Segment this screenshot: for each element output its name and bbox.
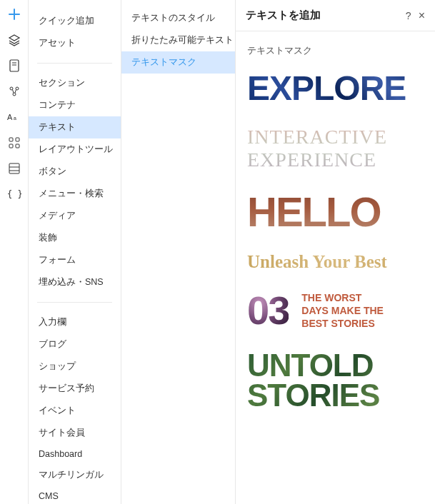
category-item[interactable]: コンテナ [29, 94, 121, 116]
text-mask-sample-unleash[interactable]: Unleash Your Best [247, 253, 424, 271]
category-item[interactable]: 埋め込み・SNS [29, 271, 121, 293]
table-icon[interactable] [7, 161, 21, 176]
theme-icon[interactable]: Aa [7, 110, 21, 124]
category-item[interactable]: セクション [29, 72, 121, 94]
category-item[interactable]: CMS [29, 486, 121, 504]
icon-rail: Aa { } [0, 0, 29, 504]
section-label: テキストマスク [247, 44, 424, 57]
svg-rect-0 [10, 60, 19, 71]
category-item[interactable]: Dashboard [29, 444, 121, 464]
code-icon[interactable]: { } [7, 187, 21, 201]
submenu-item[interactable]: 折りたたみ可能テキスト [121, 29, 235, 51]
submenu-item[interactable]: テキストマスク [121, 51, 235, 74]
category-item[interactable]: 装飾 [29, 227, 121, 249]
text-mask-sample-hello[interactable]: HELLO [247, 191, 424, 233]
svg-point-3 [10, 87, 13, 90]
page-icon[interactable] [7, 59, 21, 73]
svg-text:{ }: { } [7, 189, 21, 199]
help-button[interactable]: ? [406, 10, 411, 21]
sample-line: DAYS MAKE THE [301, 304, 384, 317]
layers-icon[interactable] [7, 33, 21, 47]
category-item[interactable]: マルチリンガル [29, 464, 121, 486]
sample-line: STORIES [247, 380, 424, 410]
svg-point-4 [16, 87, 19, 90]
category-item[interactable]: ショップ [29, 356, 121, 378]
apps-icon[interactable] [7, 136, 21, 150]
plus-icon[interactable] [7, 7, 21, 21]
divider [37, 63, 112, 64]
panel-header: テキストを追加 ? × [236, 0, 435, 31]
text-mask-sample-03[interactable]: 03 THE WORST DAYS MAKE THE BEST STORIES [247, 291, 424, 331]
sample-number: 03 [247, 291, 289, 331]
close-button[interactable]: × [419, 9, 425, 22]
category-item[interactable]: アセット [29, 32, 121, 54]
sample-line: BEST STORIES [301, 317, 384, 330]
submenu-list: テキストのスタイル折りたたみ可能テキストテキストマスク [121, 0, 236, 504]
category-item[interactable]: イベント [29, 400, 121, 422]
category-item[interactable]: テキスト [29, 116, 121, 138]
svg-text:a: a [14, 116, 16, 121]
svg-rect-8 [9, 138, 13, 141]
sample-line: INTERACTIVE [247, 126, 424, 148]
category-item[interactable]: 入力欄 [29, 311, 121, 333]
category-item[interactable]: フォーム [29, 249, 121, 271]
sample-line: THE WORST [301, 291, 384, 304]
category-item[interactable]: メディア [29, 205, 121, 227]
sample-line: EXPERIENCE [247, 148, 424, 171]
svg-rect-12 [9, 163, 19, 173]
panel-title: テキストを追加 [246, 9, 321, 22]
category-list: クイック追加アセット セクションコンテナテキストレイアウトツールボタンメニュー・… [29, 0, 121, 504]
sample-tagline: THE WORST DAYS MAKE THE BEST STORIES [301, 291, 384, 331]
category-item[interactable]: クイック追加 [29, 10, 121, 32]
category-item[interactable]: ボタン [29, 161, 121, 183]
category-item[interactable]: サイト会員 [29, 422, 121, 444]
dataset-icon[interactable] [7, 84, 21, 99]
svg-rect-10 [9, 144, 13, 148]
category-item[interactable]: ブログ [29, 333, 121, 356]
divider [37, 302, 112, 303]
svg-rect-11 [16, 144, 19, 148]
category-item[interactable]: メニュー・検索 [29, 183, 121, 205]
panel-body: テキストマスク EXPLORE INTERACTIVE EXPERIENCE H… [236, 31, 435, 504]
submenu-item[interactable]: テキストのスタイル [121, 7, 235, 29]
add-panel: テキストを追加 ? × テキストマスク EXPLORE INTERACTIVE … [236, 0, 435, 504]
svg-point-5 [13, 93, 16, 96]
text-mask-sample-explore[interactable]: EXPLORE [247, 71, 424, 106]
category-item[interactable]: レイアウトツール [29, 138, 121, 161]
svg-rect-9 [16, 138, 19, 141]
category-item[interactable]: サービス予約 [29, 378, 121, 400]
svg-text:A: A [7, 113, 13, 121]
sample-line: UNTOLD [247, 351, 424, 380]
text-mask-sample-untold[interactable]: UNTOLD STORIES [247, 351, 424, 410]
text-mask-sample-interactive[interactable]: INTERACTIVE EXPERIENCE [247, 126, 424, 171]
